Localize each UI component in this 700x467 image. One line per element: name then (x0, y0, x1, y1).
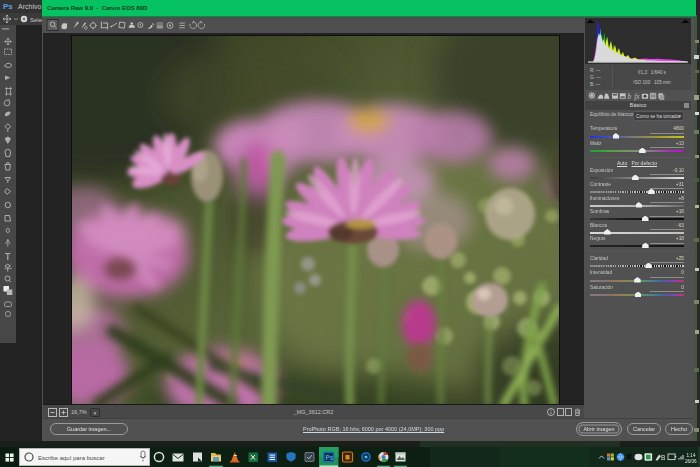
svg-text:26/06: 26/06 (685, 459, 697, 464)
svg-text:1:14: 1:14 (687, 453, 696, 458)
svg-text:Ps: Ps (326, 454, 334, 461)
svg-text:B: B (661, 454, 665, 461)
svg-text:Sele: Sele (30, 17, 43, 23)
svg-text:Escribe aquí para buscar: Escribe aquí para buscar (38, 455, 105, 461)
